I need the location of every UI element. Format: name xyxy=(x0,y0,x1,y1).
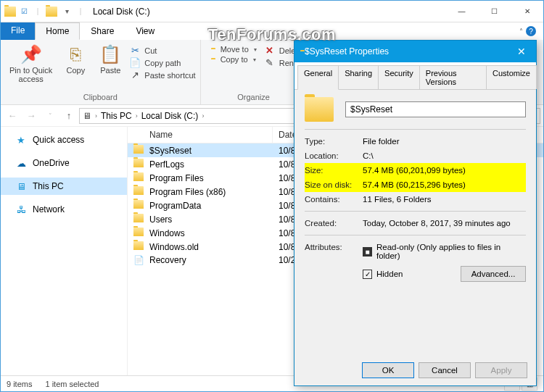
copy-button[interactable]: ⎘Copy xyxy=(59,41,91,76)
tab-previous-versions[interactable]: Previous Versions xyxy=(419,65,487,89)
forward-button[interactable]: → xyxy=(22,107,40,125)
type-value: File folder xyxy=(363,137,526,146)
help-button[interactable]: ˄ ? xyxy=(512,22,543,40)
chevron-up-icon: ˄ xyxy=(519,28,523,36)
folder-icon-2 xyxy=(46,6,57,17)
tab-general[interactable]: General xyxy=(297,65,339,90)
copypath-button[interactable]: 📄Copy path xyxy=(129,57,195,69)
file-name: Program Files xyxy=(149,173,204,183)
menubar: File Home Share View ˄ ? xyxy=(1,22,543,40)
rename-icon: ✎ xyxy=(264,57,276,68)
folder-icon xyxy=(133,228,145,236)
location-label: Location: xyxy=(305,151,363,160)
file-name: PerfLogs xyxy=(149,159,184,170)
recent-dropdown[interactable]: ˅ xyxy=(41,107,59,125)
tab-sharing[interactable]: Sharing xyxy=(338,65,379,89)
crumb-thispc[interactable]: This PC xyxy=(101,111,132,121)
type-label: Type: xyxy=(305,137,363,146)
created-value: Today, October 8, 2017, 39 minutes ago xyxy=(363,219,526,228)
file-icon: 📄 xyxy=(133,255,145,265)
name-field[interactable] xyxy=(345,101,526,117)
file-name: $SysReset xyxy=(149,146,191,156)
close-button[interactable]: ✕ xyxy=(511,1,543,22)
file-name: ProgramData xyxy=(149,201,201,211)
created-label: Created: xyxy=(305,219,363,228)
paste-button[interactable]: 📋Paste xyxy=(94,41,126,76)
dialog-titlebar[interactable]: $SysReset Properties ✕ xyxy=(294,41,536,62)
file-menu[interactable]: File xyxy=(1,22,35,40)
folder-icon xyxy=(133,159,145,167)
dialog-body: Type:File folder Location:C:\ Size:57.4 … xyxy=(294,90,536,292)
folder-icon xyxy=(133,241,145,250)
divider: | xyxy=(75,6,86,17)
chevron-down-icon: ▾ xyxy=(254,46,257,53)
readonly-label: Read-only (Only applies to files in fold… xyxy=(376,243,526,260)
clipboard-group-label: Clipboard xyxy=(83,93,118,103)
crumb-localdisk[interactable]: Local Disk (C:) xyxy=(141,111,199,121)
dialog-title: $SysReset Properties xyxy=(305,46,389,57)
tab-security[interactable]: Security xyxy=(378,65,420,89)
folder-icon xyxy=(133,145,145,154)
organize-group-label: Organize xyxy=(237,93,270,103)
pc-icon: 🖥 xyxy=(83,111,91,121)
hidden-checkbox[interactable]: ✓ xyxy=(363,270,372,279)
sidebar-item-network[interactable]: 🖧Network xyxy=(1,201,127,218)
back-button[interactable]: ← xyxy=(4,107,21,125)
delete-icon: ✕ xyxy=(264,45,276,56)
pasteshortcut-button[interactable]: ↗Paste shortcut xyxy=(129,69,195,81)
chevron-right-icon: › xyxy=(93,112,99,120)
home-tab[interactable]: Home xyxy=(35,22,80,40)
maximize-button[interactable]: ☐ xyxy=(478,1,511,22)
copy-icon: ⎘ xyxy=(70,43,81,66)
window-title: Local Disk (C:) xyxy=(90,7,150,17)
readonly-checkbox[interactable]: ■ xyxy=(363,247,372,257)
col-name[interactable]: Name xyxy=(128,127,273,143)
file-name: Windows.old xyxy=(149,242,199,252)
chevron-right-icon: › xyxy=(199,112,206,120)
attributes-label: Attributes: xyxy=(305,243,363,251)
view-tab[interactable]: View xyxy=(125,22,165,40)
advanced-button[interactable]: Advanced... xyxy=(461,266,526,282)
copyto-button[interactable]: Copy to▾ xyxy=(205,54,257,64)
pin-button[interactable]: 📌Pin to Quick access xyxy=(5,41,57,85)
props-quick-icon[interactable]: ☑ xyxy=(18,6,30,17)
cancel-button[interactable]: Cancel xyxy=(419,362,471,378)
hidden-label: Hidden xyxy=(376,270,403,278)
qat-dropdown[interactable]: ▾ xyxy=(61,6,73,17)
folder-icon xyxy=(4,6,16,17)
ok-button[interactable]: OK xyxy=(362,362,414,378)
sidebar: ★Quick access☁OneDrive🖥This PC🖧Network xyxy=(1,127,128,375)
chevron-right-icon: › xyxy=(133,112,140,120)
location-value: C:\ xyxy=(363,151,526,160)
contains-value: 11 Files, 6 Folders xyxy=(363,195,526,204)
dialog-tabs: GeneralSharingSecurityPrevious VersionsC… xyxy=(294,62,536,90)
moveto-button[interactable]: Move to▾ xyxy=(205,44,257,54)
file-name: Windows xyxy=(149,228,185,238)
sizeondisk-label: Size on disk: xyxy=(305,180,363,189)
size-label: Size: xyxy=(305,166,363,175)
sizeondisk-value: 57.4 MB (60,215,296 bytes) xyxy=(363,180,526,189)
file-name: Recovery xyxy=(149,255,186,265)
dialog-close-button[interactable]: ✕ xyxy=(513,46,530,57)
chevron-down-icon: ▾ xyxy=(253,57,256,63)
apply-button[interactable]: Apply xyxy=(475,362,527,378)
file-name: Users xyxy=(149,214,172,225)
sidebar-item-onedrive[interactable]: ☁OneDrive xyxy=(1,154,127,172)
sidebar-item-label: This PC xyxy=(33,181,64,191)
folder-icon xyxy=(133,200,145,209)
sidebar-item-quick-access[interactable]: ★Quick access xyxy=(1,131,127,149)
shortcut-icon: ↗ xyxy=(129,70,141,80)
sidebar-item-label: OneDrive xyxy=(33,158,70,168)
minimize-button[interactable]: — xyxy=(445,1,478,22)
copypath-icon: 📄 xyxy=(129,57,141,68)
cut-button[interactable]: ✂Cut xyxy=(129,44,195,57)
up-button[interactable]: ↑ xyxy=(60,107,78,125)
sidebar-item-this-pc[interactable]: 🖥This PC xyxy=(1,178,127,195)
tab-customize[interactable]: Customize xyxy=(486,65,537,89)
selected-count: 1 item selected xyxy=(45,380,99,388)
titlebar[interactable]: ☑ | ▾ | Local Disk (C:) — ☐ ✕ xyxy=(1,1,543,22)
sidebar-icon: ★ xyxy=(15,134,27,146)
sidebar-icon: ☁ xyxy=(15,157,27,169)
sidebar-icon: 🖥 xyxy=(15,180,27,192)
share-tab[interactable]: Share xyxy=(80,22,125,40)
